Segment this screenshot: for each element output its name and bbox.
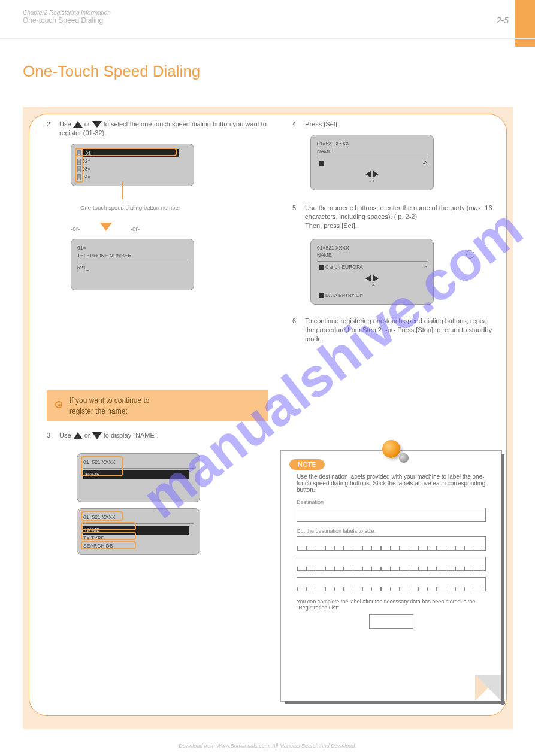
lcd-row: 01=521 XXXX: [317, 244, 427, 252]
destination-field: [297, 508, 486, 522]
down-arrow-icon: [92, 121, 102, 128]
step-3: 3 Use or to display "NAME".: [47, 431, 268, 440]
content: 2 Use or to select the one-touch speed d…: [29, 114, 507, 716]
down-arrow-icon: [100, 223, 112, 231]
step-4: 4 Press [Set].: [292, 120, 495, 129]
t: Use: [59, 432, 73, 439]
lcd-row: TELEPHONE NUMBER: [77, 252, 188, 260]
left-arrow-icon: [365, 275, 371, 282]
lcd-footer: DATA ENTRY OK: [325, 293, 363, 298]
right-column: 4 Press [Set]. 01=521 XXXX NAME :A - + 5…: [292, 120, 495, 350]
left-arrow-icon: [365, 171, 371, 178]
chapter-heading: One-Touch Speed Dialing: [23, 62, 200, 81]
step-5: 5 Use the numeric buttons to enter the n…: [292, 204, 495, 230]
lcd-row: 01=521 XXXX: [317, 140, 427, 148]
pushpin-icon: [382, 440, 400, 458]
right-arrow-icon: [373, 275, 379, 282]
t: or: [84, 120, 92, 127]
marker-icon: I: [77, 166, 81, 172]
marker-icon: I: [77, 159, 81, 165]
mode-hint: :a: [423, 263, 427, 271]
right-arrow-icon: [373, 171, 379, 178]
header-title: One-touch Speed Dialing: [23, 16, 509, 25]
up-arrow-icon: [73, 432, 83, 439]
destination-strip: [297, 557, 486, 571]
step-number: 4: [292, 120, 303, 129]
note-badge: NOTE: [289, 459, 325, 470]
lcd-row: 04=: [82, 174, 90, 180]
step-text: Use or to select the one-touch speed dia…: [59, 120, 267, 138]
step-text: To continue registering one-touch speed …: [305, 317, 493, 344]
step-text: Use the numeric buttons to enter the nam…: [305, 204, 493, 230]
page-number: 2-5: [497, 16, 509, 25]
header-pretitle: Chapter2 Registering information: [23, 10, 509, 16]
left-column-2: 3 Use or to display "NAME". 01=521 XXXX …: [47, 431, 268, 555]
lcd-row: 02=: [82, 158, 90, 164]
marker-icon: I: [77, 150, 81, 156]
lcd-row: NAME: [317, 251, 427, 259]
lcd-screen-5: 01=521 XXXX NAME Canon EUROPA:a - + DATA…: [310, 239, 434, 305]
lcd-screen-3b: 01=521 XXXX NAME TX TYPE SEARCH DB: [77, 508, 200, 555]
step-text: Press [Set].: [305, 120, 493, 129]
t: to display "NAME".: [104, 432, 159, 439]
step-number: 2: [47, 120, 58, 129]
lcd-screen-4: 01=521 XXXX NAME :A - +: [310, 135, 434, 190]
bullet-icon: [55, 401, 62, 408]
lcd-selected-row: 01=: [83, 149, 179, 158]
or-row: -or- -or-: [71, 223, 268, 233]
left-column: 2 Use or to select the one-touch speed d…: [47, 114, 268, 290]
card-shadow: [501, 454, 504, 705]
lcd-heading: 01=521 XXXX: [83, 459, 194, 466]
page-fold-icon: [475, 675, 501, 701]
cursor-icon: [319, 293, 324, 298]
t: Then, press [Set].: [305, 222, 357, 229]
subsection-line-1: If you want to continue to: [69, 396, 149, 405]
t: Use: [59, 120, 73, 127]
field-label: Cut the destination labels to size.: [297, 528, 486, 534]
step-6: 6 To continue registering one-touch spee…: [292, 317, 495, 344]
header-rule: [0, 38, 535, 39]
lcd-row: 03=: [82, 166, 90, 172]
label-sample-box: [369, 614, 413, 629]
cursor-icon: [319, 265, 324, 270]
lcd-heading: 01=521 XXXX: [83, 514, 194, 521]
destination-strip: [297, 577, 486, 591]
subsection-line-2: register the name:: [69, 407, 128, 415]
lcd-selected-row: NAME: [83, 526, 189, 535]
lr-hint: [317, 275, 427, 282]
step-2: 2 Use or to select the one-touch speed d…: [47, 120, 268, 138]
lcd-selected-row: NAME: [83, 470, 189, 479]
crossref-icon: →: [466, 250, 474, 259]
lcd-value: Canon EUROPA: [325, 264, 363, 270]
destination-strip: [297, 536, 486, 551]
down-arrow-icon: [92, 432, 102, 439]
lcd-value: 521_: [77, 264, 188, 272]
note-card: NOTE Use the destination labels provided…: [280, 450, 502, 702]
field-label: Destination: [297, 499, 486, 505]
edge-tab: [515, 0, 535, 47]
note-footer-text: You can complete the label after the nec…: [297, 599, 486, 611]
subsection-heading: If you want to continue to register the …: [47, 390, 268, 421]
crossref: p. 2-2): [398, 213, 417, 220]
lcd-screen-1: I 01= I02= I03= I04=: [71, 144, 194, 186]
step-number: 3: [47, 431, 58, 440]
lr-hint: [317, 171, 427, 178]
marker-icon: I: [77, 174, 81, 180]
lcd-row: 01=: [77, 244, 188, 252]
step-number: 5: [292, 204, 303, 212]
mode-hint: :A: [422, 159, 427, 166]
note-lead: Use the destination labels provided with…: [297, 473, 486, 493]
card-shadow: [285, 701, 505, 704]
cursor-icon: [319, 161, 324, 166]
page-footer: Download from Www.Somanuals.com. All Man…: [0, 743, 535, 749]
up-arrow-icon: [73, 121, 83, 128]
lcd-screen-2: 01= TELEPHONE NUMBER 521_: [71, 239, 194, 290]
step-text: Use or to display "NAME".: [59, 431, 267, 440]
lcd-row: NAME: [317, 148, 427, 156]
lcd-screen-3a: 01=521 XXXX NAME: [77, 453, 200, 503]
lr-label: - +: [317, 178, 427, 185]
lcd-row: TX TYPE: [83, 535, 194, 542]
lcd-row: SEARCH DB: [83, 542, 194, 550]
t: or: [84, 432, 92, 439]
lr-label: - +: [317, 282, 427, 289]
